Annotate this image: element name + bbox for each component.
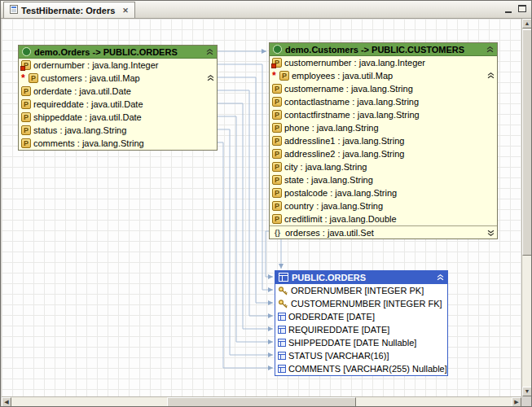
field-row-phone[interactable]: Pphone : java.lang.String (270, 121, 497, 134)
maximize-view-icon[interactable] (517, 4, 528, 14)
field-label: ordernumber : java.lang.Integer (33, 60, 158, 70)
table-icon (279, 273, 288, 283)
field-row-creditlimit[interactable]: Pcreditlimit : java.lang.Double (270, 212, 497, 225)
field-label: country : java.lang.String (284, 201, 383, 211)
entity-header-demo-customers[interactable]: demo.Customers -> PUBLIC.CUSTOMERS (270, 43, 497, 56)
map-property-icon: P (29, 73, 38, 83)
property-icon: P (21, 138, 31, 148)
column-icon (278, 365, 286, 373)
property-glyph: P (272, 97, 282, 107)
property-icon: P (21, 86, 31, 96)
field-row-contactlastname[interactable]: Pcontactlastname : java.lang.String (270, 95, 497, 108)
set-property-icon: {} (272, 228, 283, 238)
field-row-country[interactable]: Pcountry : java.lang.String (270, 199, 497, 212)
editor-tab-testhibernate-orders[interactable]: TestHibernate: Orders ✕ (3, 2, 135, 18)
editor-tab-bar: TestHibernate: Orders ✕ (1, 1, 531, 19)
scroll-down-button[interactable]: ▼ (522, 387, 532, 396)
chevron-up-icon[interactable] (207, 75, 214, 81)
minimize-bar (505, 11, 512, 13)
field-row-city[interactable]: Pcity : java.lang.String (270, 160, 497, 173)
scroll-left-button[interactable]: ◀ (2, 397, 11, 407)
field-row-customers[interactable]: *Pcustomers : java.util.Map (19, 72, 217, 85)
entity-field-list: Pordernumber : java.lang.Integer*Pcustom… (19, 59, 217, 150)
property-glyph: P (279, 71, 289, 81)
field-row-customernumber[interactable]: Pcustomernumber : java.lang.Integer (270, 56, 497, 69)
field-row-comments[interactable]: Pcomments : java.lang.String (19, 137, 217, 150)
field-label: comments : java.lang.String (33, 138, 144, 148)
property-icon: P (21, 99, 31, 109)
property-icon: P (272, 201, 282, 211)
property-glyph: P (272, 84, 282, 94)
field-row-employees[interactable]: *Pemployees : java.util.Map (270, 69, 497, 82)
table-box-public-orders[interactable]: PUBLIC.ORDERS ORDERNUMBER [INTEGER PK]CU… (275, 270, 448, 376)
field-row-orderdate[interactable]: Porderdate : java.util.Date (19, 85, 217, 98)
property-glyph: P (21, 138, 31, 148)
entity-header-demo-orders[interactable]: demo.Orders -> PUBLIC.ORDERS (19, 46, 217, 59)
field-row-addressline2[interactable]: Paddressline2 : java.lang.String (270, 147, 497, 160)
chevron-up-icon[interactable] (206, 49, 213, 55)
field-label: customername : java.lang.String (284, 84, 413, 94)
table-header-public-orders[interactable]: PUBLIC.ORDERS (275, 271, 447, 284)
entity-box-demo-customers[interactable]: demo.Customers -> PUBLIC.CUSTOMERS Pcust… (269, 42, 498, 239)
property-icon: P (272, 188, 282, 198)
property-glyph: P (272, 136, 282, 146)
property-icon: P (272, 110, 282, 120)
property-icon: P (272, 136, 282, 146)
chevron-up-icon[interactable] (437, 274, 444, 281)
diagram-canvas[interactable]: demo.Orders -> PUBLIC.ORDERS Pordernumbe… (2, 19, 521, 396)
field-row-customername[interactable]: Pcustomername : java.lang.String (270, 82, 497, 95)
id-property-icon: P (272, 58, 282, 68)
column-row-comments[interactable]: COMMENTS [VARCHAR(255) Nullable] (275, 362, 447, 375)
field-label: addressline1 : java.lang.String (284, 136, 404, 146)
field-row-requireddate[interactable]: Prequireddate : java.util.Date (19, 98, 217, 111)
braces-glyph: {} (272, 228, 283, 238)
column-row-orderdate[interactable]: ORDERDATE [DATE] (275, 310, 447, 323)
field-label: state : java.lang.String (284, 175, 373, 185)
field-row-shippeddate[interactable]: Pshippeddate : java.util.Date (19, 111, 217, 124)
column-row-ordernumber[interactable]: ORDERNUMBER [INTEGER PK] (275, 284, 447, 297)
scroll-down-icon: ▼ (525, 388, 530, 394)
property-glyph: P (272, 214, 282, 224)
chevron-down-icon[interactable] (487, 230, 495, 236)
column-label: SHIPPEDDATE [DATE Nullable] (288, 338, 416, 348)
column-row-status[interactable]: STATUS [VARCHAR(16)] (275, 349, 447, 362)
column-icon (278, 326, 286, 334)
scroll-right-button[interactable]: ▶ (512, 397, 521, 407)
scroll-up-button[interactable]: ▲ (522, 19, 532, 28)
field-row-ordernumber[interactable]: Pordernumber : java.lang.Integer (19, 59, 217, 72)
chevron-up-icon[interactable] (487, 72, 495, 79)
property-glyph: P (272, 175, 282, 185)
scroll-left-icon: ◀ (4, 399, 8, 405)
horizontal-scrollbar[interactable]: ◀ ▶ (2, 396, 521, 407)
property-glyph: P (272, 188, 282, 198)
minimize-view-icon[interactable] (503, 4, 514, 14)
field-row-orderses[interactable]: {}orderses : java.util.Set (270, 225, 497, 239)
property-glyph: P (29, 73, 38, 83)
horizontal-scroll-thumb[interactable] (167, 397, 356, 407)
chevron-up-icon[interactable] (486, 46, 494, 53)
tab-close-icon[interactable]: ✕ (122, 7, 129, 15)
field-row-state[interactable]: Pstate : java.lang.String (270, 173, 497, 186)
property-icon: P (272, 149, 282, 159)
column-label: ORDERNUMBER [INTEGER PK] (291, 286, 424, 295)
column-row-customernumber[interactable]: CUSTOMERNUMBER [INTEGER FK] (275, 297, 447, 310)
entity-title: demo.Customers -> PUBLIC.CUSTOMERS (285, 45, 464, 55)
field-label: postalcode : java.lang.String (284, 188, 397, 198)
field-row-postalcode[interactable]: Ppostalcode : java.lang.String (270, 186, 497, 199)
mapped-class-icon (22, 47, 31, 56)
column-row-requireddate[interactable]: REQUIREDDATE [DATE] (275, 323, 447, 336)
column-row-shippeddate[interactable]: SHIPPEDDATE [DATE Nullable] (275, 336, 447, 349)
property-glyph: P (272, 162, 282, 172)
vertical-scroll-thumb[interactable] (522, 29, 532, 256)
field-row-contactfirstname[interactable]: Pcontactfirstname : java.lang.String (270, 108, 497, 121)
vertical-scrollbar[interactable]: ▲ ▼ (521, 19, 532, 396)
field-row-addressline1[interactable]: Paddressline1 : java.lang.String (270, 134, 497, 147)
entity-box-demo-orders[interactable]: demo.Orders -> PUBLIC.ORDERS Pordernumbe… (18, 45, 218, 151)
property-glyph: P (272, 149, 282, 159)
tab-title: TestHibernate: Orders (21, 6, 115, 15)
eclipse-editor-window: TestHibernate: Orders ✕ demo.Orders -> P… (0, 0, 532, 407)
field-row-status[interactable]: Pstatus : java.lang.String (19, 124, 217, 137)
field-label: status : java.lang.String (33, 125, 126, 135)
property-icon: P (21, 112, 31, 122)
column-label: STATUS [VARCHAR(16)] (288, 351, 389, 361)
